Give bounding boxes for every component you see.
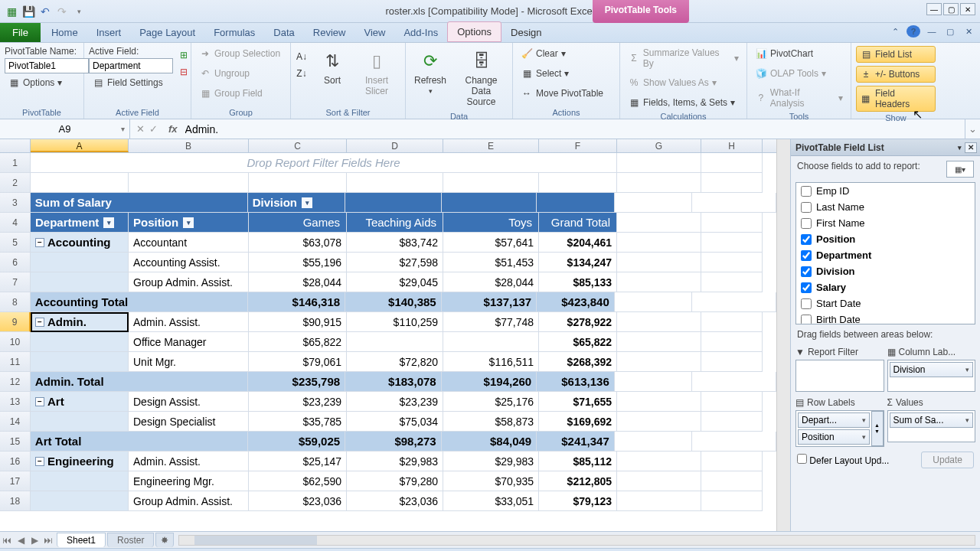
save-icon[interactable]: 💾 bbox=[21, 5, 35, 18]
sort-desc-icon[interactable]: Z↓ bbox=[296, 67, 308, 80]
ribbon-minimize-icon[interactable]: ⌃ bbox=[888, 25, 902, 37]
cell[interactable]: $268,392 bbox=[539, 352, 617, 372]
cell[interactable] bbox=[617, 173, 701, 193]
cell[interactable]: $134,247 bbox=[539, 253, 617, 272]
cell[interactable] bbox=[692, 193, 776, 213]
field-list-dropdown-icon[interactable]: ▾ bbox=[958, 144, 962, 152]
horizontal-scrollbar[interactable] bbox=[178, 535, 975, 546]
cell[interactable] bbox=[617, 213, 701, 233]
cell[interactable] bbox=[617, 412, 701, 432]
cell[interactable]: $55,196 bbox=[249, 253, 347, 272]
cell[interactable]: $29,045 bbox=[347, 272, 443, 292]
column-chip-division[interactable]: Division▾ bbox=[890, 362, 974, 377]
cell[interactable]: $169,692 bbox=[539, 412, 617, 432]
field-checkbox[interactable] bbox=[801, 218, 812, 229]
cell[interactable]: $28,044 bbox=[249, 272, 347, 292]
cell[interactable] bbox=[443, 332, 539, 352]
cell[interactable]: $241,347 bbox=[537, 432, 615, 452]
field-list-close-icon[interactable]: ✕ bbox=[965, 142, 977, 153]
field-settings-button[interactable]: ▤Field Settings bbox=[89, 75, 173, 90]
cell[interactable] bbox=[615, 292, 693, 312]
cell[interactable]: $29,983 bbox=[443, 452, 539, 471]
cell[interactable] bbox=[442, 193, 537, 213]
pivot-row-field-pos[interactable]: Position ▾ bbox=[129, 213, 249, 233]
tab-review[interactable]: Review bbox=[304, 23, 355, 42]
field-first-name[interactable]: First Name bbox=[796, 215, 975, 231]
row-chip-department[interactable]: Depart...▾ bbox=[798, 412, 870, 428]
cell[interactable]: $183,078 bbox=[345, 372, 442, 392]
cell[interactable]: $63,078 bbox=[249, 233, 347, 253]
cell[interactable]: $58,873 bbox=[443, 412, 539, 432]
cell[interactable] bbox=[701, 312, 763, 332]
col-header-c[interactable]: C bbox=[249, 139, 347, 152]
cell[interactable]: $423,840 bbox=[537, 292, 615, 312]
pivot-dept-cell[interactable] bbox=[31, 352, 129, 372]
plus-minus-toggle[interactable]: ±+/- Buttons bbox=[856, 66, 936, 83]
workbook-minimize-icon[interactable]: — bbox=[925, 25, 939, 37]
cell[interactable]: $70,935 bbox=[443, 471, 539, 491]
cell[interactable] bbox=[701, 392, 763, 412]
row-header[interactable]: 10 bbox=[0, 332, 31, 352]
pivot-column-field[interactable]: Division ▾ bbox=[248, 193, 346, 213]
expand-field-icon[interactable]: ⊞ bbox=[178, 49, 190, 61]
cell[interactable]: $27,598 bbox=[347, 253, 443, 272]
pivot-dept-cell[interactable]: −Admin. bbox=[31, 312, 129, 332]
pivot-position-cell[interactable]: Group Admin. Assist. bbox=[129, 491, 249, 511]
minimize-button[interactable]: — bbox=[926, 3, 942, 15]
cell[interactable]: $83,742 bbox=[347, 233, 443, 253]
spreadsheet-grid[interactable]: A B C D E F G H 1Drop Report Filter Fiel… bbox=[0, 139, 776, 531]
cell[interactable]: $85,112 bbox=[539, 452, 617, 471]
defer-layout-checkbox[interactable]: Defer Layout Upd... bbox=[797, 454, 889, 466]
cell[interactable] bbox=[617, 253, 701, 272]
field-list-toggle[interactable]: ▤Field List bbox=[856, 46, 936, 63]
cell[interactable]: $140,385 bbox=[345, 292, 442, 312]
cell[interactable] bbox=[692, 292, 776, 312]
pivot-dept-cell[interactable] bbox=[31, 491, 129, 511]
row-header[interactable]: 12 bbox=[0, 372, 31, 392]
pivot-position-cell[interactable]: Design Specialist bbox=[129, 412, 249, 432]
cell[interactable] bbox=[539, 173, 617, 193]
field-division[interactable]: Division bbox=[796, 263, 975, 279]
sheet-nav-first-icon[interactable]: ⏮ bbox=[0, 535, 14, 546]
workbook-restore-icon[interactable]: ▢ bbox=[943, 25, 957, 37]
row-header[interactable]: 11 bbox=[0, 352, 31, 372]
cell[interactable]: $613,136 bbox=[537, 372, 615, 392]
field-start-date[interactable]: Start Date bbox=[796, 295, 975, 311]
tab-home[interactable]: Home bbox=[42, 23, 87, 42]
pivot-row-field-dept[interactable]: Department ▾ bbox=[31, 213, 129, 233]
summarize-button[interactable]: ΣSummarize Values By ▾ bbox=[625, 46, 742, 70]
col-header-e[interactable]: E bbox=[443, 139, 539, 152]
pivottable-name-input[interactable] bbox=[5, 58, 89, 73]
cell[interactable] bbox=[701, 253, 763, 272]
cell[interactable] bbox=[692, 372, 776, 392]
pivot-dept-cell[interactable]: −Art bbox=[31, 392, 129, 412]
vertical-scrollbar[interactable] bbox=[776, 139, 790, 531]
pivot-col-games[interactable]: Games bbox=[249, 213, 347, 233]
pivot-position-cell[interactable]: Accounting Assist. bbox=[129, 253, 249, 272]
row-header[interactable]: 5 bbox=[0, 233, 31, 253]
cell[interactable] bbox=[617, 471, 701, 491]
cell[interactable]: $29,983 bbox=[347, 452, 443, 471]
tab-insert[interactable]: Insert bbox=[87, 23, 131, 42]
cell[interactable] bbox=[345, 193, 442, 213]
tab-addins[interactable]: Add-Ins bbox=[394, 23, 447, 42]
cell[interactable] bbox=[347, 173, 443, 193]
pivot-col-toys[interactable]: Toys bbox=[443, 213, 539, 233]
cell[interactable]: $23,239 bbox=[347, 392, 443, 412]
field-checklist[interactable]: Emp IDLast NameFirst NamePositionDepartm… bbox=[795, 182, 975, 324]
row-header[interactable]: 4 bbox=[0, 213, 31, 233]
cell[interactable] bbox=[701, 153, 763, 173]
active-field-input[interactable] bbox=[89, 58, 173, 73]
cell[interactable] bbox=[617, 352, 701, 372]
pivot-dept-cell[interactable]: −Engineering bbox=[31, 452, 129, 471]
pivot-position-cell[interactable]: Engineering Mgr. bbox=[129, 471, 249, 491]
cell[interactable]: $79,123 bbox=[539, 491, 617, 511]
cell[interactable]: $204,461 bbox=[539, 233, 617, 253]
pivot-position-cell[interactable]: Office Manager bbox=[129, 332, 249, 352]
cell[interactable]: $25,176 bbox=[443, 392, 539, 412]
cell[interactable] bbox=[701, 332, 763, 352]
cell[interactable] bbox=[617, 332, 701, 352]
pivot-position-cell[interactable]: Admin. Assist. bbox=[129, 452, 249, 471]
cell[interactable]: $75,034 bbox=[347, 412, 443, 432]
area-row-labels[interactable]: Depart...▾ Position▾ ▲▼ bbox=[795, 410, 884, 447]
